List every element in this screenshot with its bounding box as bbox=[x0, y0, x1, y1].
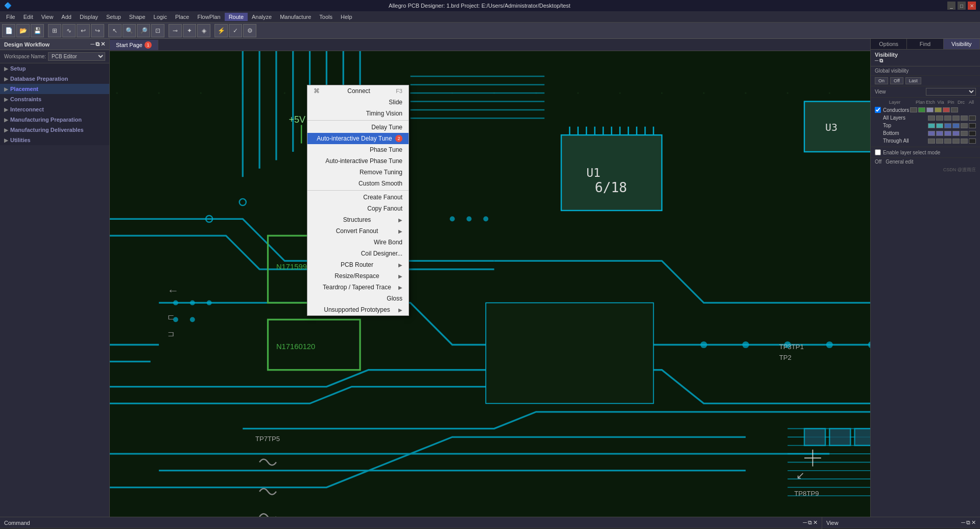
sidebar-item-constraints[interactable]: ▶ Constraints bbox=[0, 94, 109, 104]
menu-custom-smooth[interactable]: Custom Smooth bbox=[307, 178, 409, 189]
vis-float[interactable]: ⧉ bbox=[879, 58, 883, 64]
through-swatch-3[interactable] bbox=[944, 139, 951, 144]
menu-connect[interactable]: ⌘ Connect F3 bbox=[307, 85, 409, 97]
toolbar-select[interactable]: ↖ bbox=[108, 24, 122, 37]
menu-place[interactable]: Place bbox=[171, 13, 194, 21]
conductors-swatch-etch[interactable] bbox=[918, 107, 925, 112]
bottom-swatch-4[interactable] bbox=[952, 131, 960, 136]
tab-visibility[interactable]: Visibility bbox=[944, 39, 980, 49]
view-minimize[interactable]: ─ bbox=[961, 519, 965, 526]
toolbar-3d[interactable]: ◈ bbox=[197, 24, 210, 37]
menu-tools[interactable]: Tools bbox=[315, 13, 337, 21]
sidebar-item-database-preparation[interactable]: ▶ Database Preparation bbox=[0, 74, 109, 84]
view-select[interactable] bbox=[926, 88, 976, 96]
conductors-swatch-via[interactable] bbox=[926, 107, 934, 112]
panel-float[interactable]: ⧉ bbox=[95, 41, 100, 48]
conductors-swatch-plan[interactable] bbox=[910, 107, 917, 112]
top-swatch-4[interactable] bbox=[952, 123, 960, 128]
tab-find[interactable]: Find bbox=[907, 39, 943, 49]
panel-controls[interactable]: ─ ⧉ ✕ bbox=[90, 41, 105, 48]
cmd-minimize[interactable]: ─ bbox=[803, 519, 807, 526]
toolbar-zoom-out[interactable]: 🔎 bbox=[137, 24, 150, 37]
close-button[interactable]: ✕ bbox=[968, 2, 976, 10]
panel-minimize[interactable]: ─ bbox=[90, 41, 94, 48]
menu-create-fanout[interactable]: Create Fanout bbox=[307, 192, 409, 203]
vis-minimize[interactable]: ─ bbox=[875, 58, 878, 64]
conductors-swatch-pin[interactable] bbox=[935, 107, 942, 112]
sidebar-item-manufacturing-preparation[interactable]: ▶ Manufacturing Preparation bbox=[0, 114, 109, 125]
bottom-swatch-6[interactable] bbox=[969, 131, 976, 136]
toolbar-highlight[interactable]: ✦ bbox=[183, 24, 196, 37]
menu-delay-tune[interactable]: Delay Tune bbox=[307, 122, 409, 133]
sidebar-item-setup[interactable]: ▶ Setup bbox=[0, 63, 109, 74]
bottom-swatch-3[interactable] bbox=[944, 131, 951, 136]
toolbar-zoom-fit[interactable]: ⊡ bbox=[151, 24, 164, 37]
menu-wire-bond[interactable]: Wire Bond bbox=[307, 237, 409, 248]
menu-file[interactable]: File bbox=[2, 13, 19, 21]
through-swatch-5[interactable] bbox=[961, 139, 968, 144]
sidebar-item-interconnect[interactable]: ▶ Interconnect bbox=[0, 104, 109, 114]
menu-gloss[interactable]: Gloss bbox=[307, 293, 409, 304]
through-swatch-6[interactable] bbox=[969, 139, 976, 144]
menu-pcb-router[interactable]: PCB Router ▶ bbox=[307, 259, 409, 270]
toolbar-check[interactable]: ✓ bbox=[229, 24, 242, 37]
pcb-canvas[interactable]: U1 6/18 bbox=[110, 51, 870, 517]
toolbar-route[interactable]: ⊸ bbox=[169, 24, 182, 37]
menu-slide[interactable]: Slide bbox=[307, 97, 409, 108]
view-float[interactable]: ⧉ bbox=[966, 519, 970, 526]
cmd-float[interactable]: ⧉ bbox=[808, 519, 812, 526]
menu-timing-vision[interactable]: Timing Vision bbox=[307, 108, 409, 119]
menu-help[interactable]: Help bbox=[337, 13, 356, 21]
menu-setup[interactable]: Setup bbox=[102, 13, 125, 21]
all-swatch-1[interactable] bbox=[928, 116, 935, 121]
enable-layer-select-checkbox[interactable] bbox=[875, 149, 881, 155]
menu-display[interactable]: Display bbox=[76, 13, 102, 21]
menu-edit[interactable]: Edit bbox=[19, 13, 37, 21]
menu-view[interactable]: View bbox=[37, 13, 58, 21]
through-swatch-4[interactable] bbox=[952, 139, 960, 144]
sidebar-item-manufacturing-deliverables[interactable]: ▶ Manufacturing Deliverables bbox=[0, 125, 109, 135]
menu-teardrop[interactable]: Teardrop / Tapered Trace ▶ bbox=[307, 282, 409, 293]
all-swatch-6[interactable] bbox=[969, 116, 976, 121]
top-swatch-5[interactable] bbox=[961, 123, 968, 128]
all-swatch-4[interactable] bbox=[952, 116, 960, 121]
visibility-on-button[interactable]: On bbox=[875, 77, 888, 84]
sidebar-item-utilities[interactable]: ▶ Utilities bbox=[0, 135, 109, 145]
menu-shape[interactable]: Shape bbox=[125, 13, 150, 21]
cmd-close[interactable]: ✕ bbox=[813, 519, 818, 526]
all-swatch-5[interactable] bbox=[961, 116, 968, 121]
menu-analyze[interactable]: Analyze bbox=[248, 13, 276, 21]
all-swatch-2[interactable] bbox=[936, 116, 943, 121]
visibility-off-button[interactable]: Off bbox=[890, 77, 903, 84]
toolbar-wire[interactable]: ∿ bbox=[62, 24, 76, 37]
toolbar-new[interactable]: 📄 bbox=[2, 24, 15, 37]
menu-flowplan[interactable]: FlowPlan bbox=[193, 13, 224, 21]
toolbar-open[interactable]: 📂 bbox=[16, 24, 30, 37]
canvas-area[interactable]: Start Page 1 bbox=[110, 39, 870, 517]
maximize-button[interactable]: □ bbox=[958, 2, 966, 10]
workspace-select[interactable]: PCB Editor bbox=[48, 52, 105, 61]
menu-coil-designer[interactable]: Coil Designer... bbox=[307, 248, 409, 259]
menu-convert-fanout[interactable]: Convert Fanout ▶ bbox=[307, 225, 409, 237]
visibility-last-button[interactable]: Last bbox=[905, 77, 921, 84]
through-swatch-1[interactable] bbox=[928, 139, 935, 144]
minimize-button[interactable]: _ bbox=[947, 2, 955, 10]
bottom-swatch-5[interactable] bbox=[961, 131, 968, 136]
toolbar-redo[interactable]: ↪ bbox=[91, 24, 104, 37]
all-swatch-3[interactable] bbox=[944, 116, 951, 121]
through-swatch-2[interactable] bbox=[936, 139, 943, 144]
toolbar-undo[interactable]: ↩ bbox=[77, 24, 90, 37]
menu-copy-fanout[interactable]: Copy Fanout bbox=[307, 203, 409, 214]
menu-add[interactable]: Add bbox=[57, 13, 76, 21]
conductors-checkbox[interactable] bbox=[875, 107, 881, 113]
bottom-swatch-1[interactable] bbox=[928, 131, 935, 136]
view-close[interactable]: ✕ bbox=[971, 519, 976, 526]
menu-remove-tuning[interactable]: Remove Tuning bbox=[307, 167, 409, 178]
menu-auto-interactive-phase-tune[interactable]: Auto-interactive Phase Tune bbox=[307, 155, 409, 167]
menu-structures[interactable]: Structures ▶ bbox=[307, 214, 409, 225]
menu-route[interactable]: Route bbox=[225, 13, 248, 21]
toolbar-settings[interactable]: ⚙ bbox=[243, 24, 256, 37]
menu-manufacture[interactable]: Manufacture bbox=[276, 13, 315, 21]
menu-logic[interactable]: Logic bbox=[150, 13, 171, 21]
top-swatch-2[interactable] bbox=[936, 123, 943, 128]
